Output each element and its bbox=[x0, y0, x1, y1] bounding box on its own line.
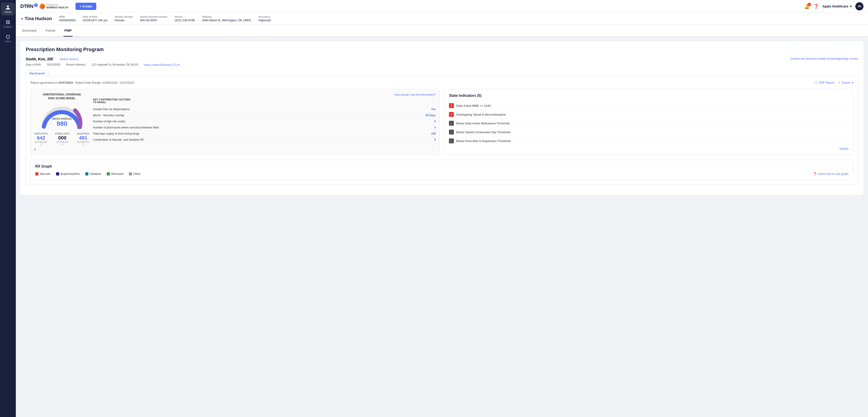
indicator-2: ↓ Below Daily Active Methadone Threshold bbox=[449, 119, 848, 128]
smith-dob-value: 05/15/2001 bbox=[47, 63, 61, 66]
legend-sedative[interactable]: Sedative bbox=[85, 172, 101, 176]
export-button[interactable]: ↗ Export ▾ bbox=[838, 81, 853, 84]
legend-narcotic[interactable]: Narcotic bbox=[35, 172, 51, 176]
factor-row-4: Total days supply of short-acting drugs … bbox=[93, 131, 436, 137]
sedatives-stat: SEDATIVES 481 ACTIVE RX 1 bbox=[77, 132, 90, 146]
sidebar-item-clients[interactable]: Clients bbox=[1, 3, 15, 16]
state-indicators-title: State Indicators (5) bbox=[449, 94, 848, 98]
tabs-bar: Summary Forms PMP bbox=[16, 25, 868, 37]
state-indicators: State Indicators (5) ! Daily Active MME … bbox=[444, 89, 853, 155]
avatar: JG bbox=[855, 2, 864, 10]
tab-forms[interactable]: Forms bbox=[45, 25, 56, 37]
tab-pmp[interactable]: PMP bbox=[64, 25, 73, 37]
gauge-chart: ABOVE AVERAGE 980 bbox=[39, 104, 85, 129]
smith-header: Smith, Kim, 20F Refine Search Date of Bi… bbox=[26, 57, 858, 66]
risk-export-grid: UNINTENTIONAL OVERDOSE RISK SCORE MODEL bbox=[31, 89, 853, 155]
chevron-down-icon: ▾ bbox=[850, 4, 852, 8]
report-actions: 📄 PDF Report ↗ Export ▾ bbox=[814, 81, 853, 84]
notification-badge: 7 bbox=[807, 3, 811, 6]
stimulants-stat: STIMULANTS 000 ACTIVE RX 0 bbox=[55, 132, 69, 146]
chevron-down-icon: ▾ bbox=[852, 81, 853, 84]
factor-row-0: Greater than six dispensations Yes bbox=[93, 106, 436, 112]
logo-dtrn: DTRN bbox=[20, 3, 33, 9]
indicator-down-icon-3: ↓ bbox=[449, 129, 454, 135]
help-button[interactable]: ❓ bbox=[813, 4, 819, 9]
risk-score-left: UNINTENTIONAL OVERDOSE RISK SCORE MODEL bbox=[34, 93, 90, 151]
factor-row-1: Benzo - Narcotics overlap 60 Days bbox=[93, 112, 436, 119]
patient-phone: Phone (321) 234-6789 bbox=[175, 16, 195, 22]
indicator-1: ! Overlapping Opioid & Benzodiazepine bbox=[449, 110, 848, 119]
pdf-report-button[interactable]: 📄 PDF Report bbox=[814, 81, 835, 84]
stimulant-checkbox[interactable] bbox=[107, 172, 110, 176]
gauge-label: ABOVE AVERAGE 980 bbox=[52, 118, 72, 127]
risk-score-title: UNINTENTIONAL OVERDOSE RISK SCORE MODEL bbox=[34, 93, 90, 100]
smith-info: Smith, Kim, 20F Refine Search Date of Bi… bbox=[26, 57, 180, 66]
bamboo-powered: 🌿 Powered by BAMBOO HEALTH bbox=[39, 4, 68, 9]
buprenorphine-checkbox[interactable] bbox=[56, 172, 59, 176]
main-area: DTRN 6 🌿 Powered by BAMBOO HEALTH + Crea… bbox=[16, 0, 868, 417]
bamboo-text: Powered by BAMBOO HEALTH bbox=[46, 4, 68, 9]
sedative-checkbox[interactable] bbox=[85, 172, 88, 176]
details-link[interactable]: Details bbox=[449, 147, 848, 150]
stats-row: NARCOTICS 642 ACTIVE RX 2 STIMULANTS 000 bbox=[34, 132, 90, 146]
topbar: DTRN 6 🌿 Powered by BAMBOO HEALTH + Crea… bbox=[16, 0, 868, 13]
factor-row-5: Combination of Narcotic, and Sedative RX… bbox=[93, 137, 436, 143]
report-date-bold: 01/07/2022 bbox=[58, 81, 73, 84]
sidebar-analytics-label: Analytics bbox=[3, 26, 12, 28]
narxcare-tab[interactable]: NarxCare® bbox=[26, 70, 49, 77]
patient-dob: Date of birth 02/26/1977 (45 yo) bbox=[83, 16, 107, 22]
content-area: Prescription Monitoring Program Smith, K… bbox=[16, 37, 868, 417]
logo-badge: 6 bbox=[34, 3, 38, 7]
indicator-down-icon-2: ↓ bbox=[449, 121, 454, 126]
topbar-right: 🔔 7 ❓ Apple Healthcare ▾ JG bbox=[804, 2, 864, 10]
recent-address-value: 123 Hopewell St, Brookside, DE 40220 bbox=[91, 63, 138, 66]
sidebar-clients-label: Clients bbox=[4, 11, 11, 13]
patient-header: ▾ Tina Hudson MRN 0000000000 Date of bir… bbox=[16, 13, 868, 25]
tab-summary[interactable]: Summary bbox=[21, 25, 37, 37]
org-name: Apple Healthcare bbox=[823, 4, 848, 8]
legend-buprenorphine[interactable]: Buprenorphine bbox=[56, 172, 80, 176]
how-info-link[interactable]: How should I use this information? bbox=[395, 93, 436, 96]
org-selector[interactable]: Apple Healthcare ▾ bbox=[823, 4, 852, 8]
bamboo-icon: 🌿 bbox=[39, 4, 45, 9]
sidebar-item-analytics[interactable]: Analytics bbox=[1, 18, 15, 30]
refine-search-link[interactable]: Refine Search bbox=[60, 57, 79, 61]
other-checkbox[interactable] bbox=[129, 172, 132, 176]
patient-mrn: MRN 0000000000 bbox=[59, 16, 75, 22]
topbar-logo: DTRN 6 🌿 Powered by BAMBOO HEALTH bbox=[20, 3, 68, 9]
report-date: Report generated on 01/07/2022 . Report … bbox=[31, 81, 853, 84]
chevron-icon[interactable]: ▾ bbox=[21, 17, 23, 21]
view-linked-button[interactable]: View Linked Records (17) ▾ bbox=[144, 63, 180, 66]
pmp-title: Prescription Monitoring Program bbox=[26, 47, 858, 53]
indicator-0: ! Daily Active MME >= 1440 bbox=[449, 101, 848, 110]
legend-stimulant[interactable]: Stimulant bbox=[107, 172, 123, 176]
rx-legend: Narcotic Buprenorphine Sedative bbox=[35, 172, 848, 176]
contact-bamboo-link[interactable]: Contact the Bamboo Health Knowledge/Help… bbox=[790, 57, 858, 60]
patient-address: Address 2694 Maud St, Wilmington, DE 198… bbox=[202, 16, 251, 22]
sidebar-admin-label: Admin bbox=[5, 40, 11, 43]
indicator-down-icon-4: ↓ bbox=[449, 139, 454, 143]
smith-details: Date of Birth: 05/15/2001 Recent Address… bbox=[26, 63, 180, 66]
factor-row-2: Number of high risk scripts 0 bbox=[93, 119, 436, 125]
patient-name: ▾ Tina Hudson bbox=[21, 16, 52, 21]
pmp-container: Prescription Monitoring Program Smith, K… bbox=[20, 41, 864, 195]
narxcare-section: Report generated on 01/07/2022 . Report … bbox=[26, 76, 858, 185]
chevron-down-icon: ▾ bbox=[178, 63, 180, 66]
indicators-list: ! Daily Active MME >= 1440 ! Overlapping… bbox=[449, 101, 848, 145]
info-icon[interactable]: ℹ bbox=[34, 148, 90, 151]
question-circle-icon: ❓ bbox=[813, 172, 817, 176]
smith-dob-label: Date of Birth: bbox=[26, 63, 41, 66]
legend-other[interactable]: Other bbox=[129, 172, 141, 176]
patient-insurance: Insurance Highmark bbox=[258, 16, 271, 22]
learn-graph-link[interactable]: ❓ Learn how to use graph bbox=[813, 172, 848, 176]
notification-button[interactable]: 🔔 7 bbox=[804, 4, 810, 9]
factor-row-3: Number of pharmacies where narcotics/sed… bbox=[93, 125, 436, 131]
pdf-icon: 📄 bbox=[814, 81, 817, 84]
narcotics-stat: NARCOTICS 642 ACTIVE RX 2 bbox=[34, 132, 48, 146]
factors-list: Greater than six dispensations Yes Benzo… bbox=[93, 106, 436, 143]
smith-name: Smith, Kim, 20F bbox=[26, 57, 54, 61]
narcotic-checkbox[interactable] bbox=[35, 172, 38, 176]
create-button[interactable]: + Create bbox=[75, 3, 96, 10]
sidebar-item-admin[interactable]: Admin bbox=[1, 32, 15, 45]
indicator-3: ↓ Below Opioid Consecutive Day Threshold bbox=[449, 128, 848, 137]
